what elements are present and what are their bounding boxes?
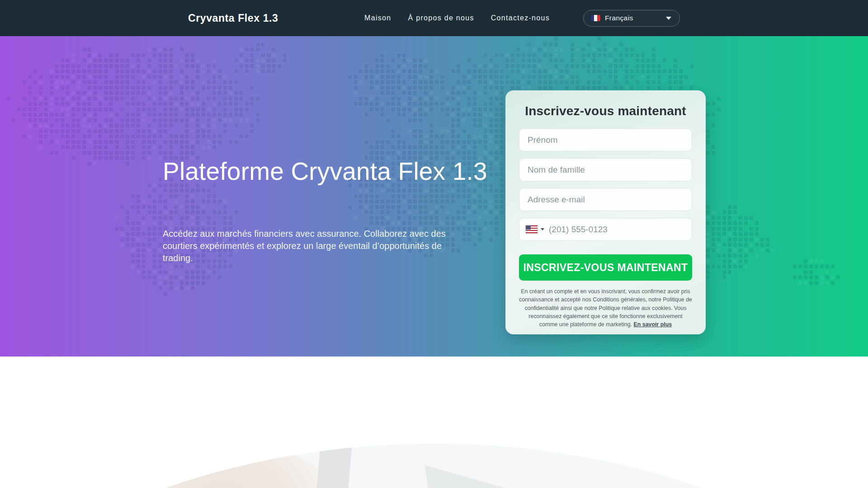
bottom-section <box>0 357 868 488</box>
top-navbar: Cryvanta Flex 1.3 Maison À propos de nou… <box>0 0 868 36</box>
hero-content: Plateforme Cryvanta Flex 1.3 Accédez aux… <box>163 36 705 357</box>
signup-disclaimer: En créant un compte et en vous inscrivan… <box>519 287 692 329</box>
country-dropdown-caret-icon[interactable] <box>541 228 544 230</box>
email-input[interactable] <box>519 188 692 211</box>
hero-section: Plateforme Cryvanta Flex 1.3 Accédez aux… <box>0 36 868 357</box>
learn-more-link[interactable]: En savoir plus <box>633 321 672 328</box>
france-flag-icon <box>591 15 600 21</box>
chevron-down-icon <box>666 17 671 20</box>
phone-field-wrap <box>519 218 692 241</box>
nav-link-contact[interactable]: Contactez-nous <box>491 14 550 22</box>
landing-page: Cryvanta Flex 1.3 Maison À propos de nou… <box>0 0 868 488</box>
email-field-wrap <box>519 188 692 211</box>
faded-photo-decoration <box>0 444 868 488</box>
navbar-content: Cryvanta Flex 1.3 Maison À propos de nou… <box>188 0 680 36</box>
nav-link-about[interactable]: À propos de nous <box>408 14 474 22</box>
language-selector[interactable]: Français <box>583 10 680 27</box>
first-name-field-wrap <box>519 128 692 151</box>
us-flag-icon[interactable] <box>526 225 538 233</box>
nav-link-home[interactable]: Maison <box>364 14 391 22</box>
first-name-input[interactable] <box>519 129 692 151</box>
photo-panel-shape <box>753 444 868 488</box>
brand-logo[interactable]: Cryvanta Flex 1.3 <box>188 12 278 24</box>
photo-person-shape <box>118 444 348 488</box>
last-name-field-wrap <box>519 158 692 181</box>
main-nav: Maison À propos de nous Contactez-nous F… <box>364 10 680 27</box>
signup-title: Inscrivez-vous maintenant <box>519 104 692 118</box>
signup-card: Inscrivez-vous maintenant INSCRIVEZ-VOUS… <box>505 90 706 334</box>
signup-submit-button[interactable]: INSCRIVEZ-VOUS MAINTENANT <box>519 254 692 281</box>
photo-wedge-shape <box>425 455 665 488</box>
phone-input[interactable] <box>544 218 692 240</box>
language-label: Français <box>605 14 633 22</box>
hero-subtitle: Accédez aux marchés financiers avec assu… <box>163 228 461 264</box>
last-name-input[interactable] <box>519 159 692 181</box>
hero-title: Plateforme Cryvanta Flex 1.3 <box>163 156 497 186</box>
